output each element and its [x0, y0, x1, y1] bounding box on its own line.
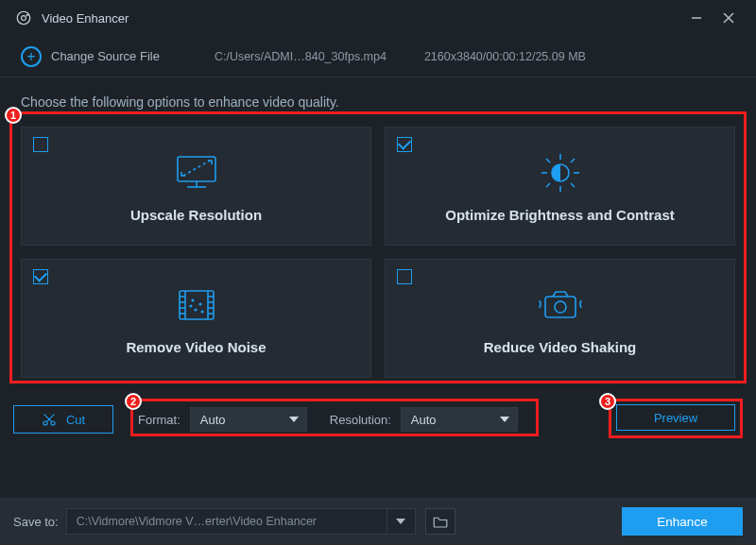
svg-line-16 [571, 183, 575, 187]
app-title: Video Enhancer [42, 11, 129, 26]
minimize-button[interactable] [680, 5, 713, 31]
option-label: Remove Video Noise [126, 339, 266, 355]
checkbox-noise[interactable] [33, 269, 48, 284]
chevron-down-icon [289, 417, 299, 422]
option-label: Reduce Video Shaking [484, 339, 636, 355]
save-path-dropdown[interactable] [387, 508, 416, 535]
chevron-down-icon [500, 417, 509, 422]
svg-line-18 [546, 183, 550, 187]
svg-point-0 [17, 11, 30, 25]
open-folder-button[interactable] [425, 508, 455, 535]
preview-label: Preview [654, 411, 697, 425]
bottom-bar: Save to: C:\Vidmore\Vidmore V…erter\Vide… [0, 498, 756, 545]
resolution-value: Auto [411, 413, 437, 427]
svg-point-30 [192, 299, 194, 301]
enhance-label: Enhance [657, 515, 707, 529]
monitor-upscale-icon [170, 148, 223, 197]
svg-point-32 [195, 309, 197, 311]
option-remove-noise[interactable]: Remove Video Noise [21, 259, 371, 378]
chevron-down-icon [396, 519, 405, 524]
svg-point-1 [22, 16, 26, 21]
cut-button[interactable]: Cut [13, 405, 113, 434]
save-to-label: Save to: [13, 515, 59, 529]
format-select[interactable]: Auto [190, 407, 307, 432]
enhance-button[interactable]: Enhance [622, 507, 743, 536]
source-row: + Change Source File C:/Users/ADMI…840_3… [0, 36, 756, 77]
change-source-link[interactable]: Change Source File [51, 49, 160, 63]
annotation-badge-2: 2 [125, 393, 142, 410]
brightness-icon [534, 148, 587, 197]
svg-point-36 [555, 301, 566, 313]
option-label: Upscale Resolution [130, 207, 262, 223]
svg-point-34 [190, 305, 192, 307]
format-value: Auto [200, 413, 226, 427]
svg-line-9 [183, 161, 210, 176]
preview-button[interactable]: Preview [616, 404, 735, 431]
instruction-text: Choose the following options to enhance … [0, 77, 756, 117]
source-meta: 2160x3840/00:00:12/25.09 MB [424, 50, 586, 63]
option-brightness-contrast[interactable]: Optimize Brightness and Contrast [385, 127, 735, 246]
annotation-badge-3: 3 [599, 393, 616, 410]
option-reduce-shaking[interactable]: Reduce Video Shaking [385, 259, 735, 378]
svg-line-15 [546, 159, 550, 162]
format-group: 2 Format: Auto Resolution: Auto [138, 402, 518, 436]
close-button[interactable] [713, 5, 745, 31]
camera-shake-icon [532, 281, 589, 330]
film-noise-icon [170, 281, 223, 330]
save-path-value: C:\Vidmore\Vidmore V…erter\Video Enhance… [77, 515, 317, 528]
format-label: Format: [138, 413, 180, 427]
svg-point-31 [199, 303, 201, 305]
svg-point-33 [201, 311, 203, 313]
option-label: Optimize Brightness and Contrast [445, 207, 675, 223]
controls-row: Cut 2 Format: Auto Resolution: Auto 3 Pr… [13, 400, 743, 438]
source-path: C:/Users/ADMI…840_30fps.mp4 [215, 50, 387, 63]
svg-line-17 [571, 159, 575, 162]
resolution-select[interactable]: Auto [401, 407, 518, 432]
title-bar: Video Enhancer [0, 0, 756, 36]
app-icon [15, 9, 32, 26]
checkbox-shaking[interactable] [397, 269, 412, 284]
option-upscale-resolution[interactable]: Upscale Resolution [21, 127, 371, 246]
checkbox-brightness[interactable] [397, 137, 412, 152]
svg-rect-35 [545, 297, 576, 317]
checkbox-upscale[interactable] [33, 137, 48, 152]
options-area: 1 Upscale Resolution [13, 117, 743, 385]
svg-point-2 [26, 14, 28, 16]
cut-label: Cut [66, 413, 85, 427]
resolution-label: Resolution: [330, 413, 391, 427]
save-path-field[interactable]: C:\Vidmore\Vidmore V…erter\Video Enhance… [66, 508, 387, 535]
change-source-icon[interactable]: + [21, 46, 42, 67]
